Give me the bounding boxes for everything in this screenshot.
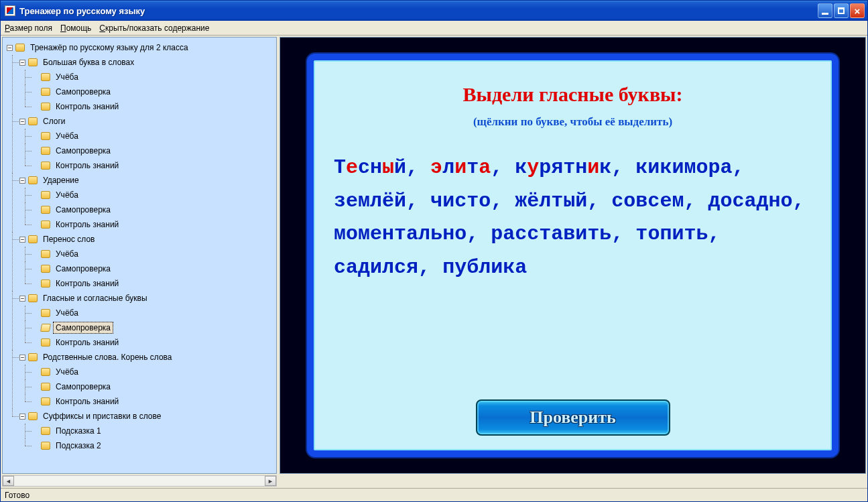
letter[interactable]: м bbox=[358, 223, 370, 245]
letter[interactable]: й bbox=[394, 190, 406, 212]
tree-item-label[interactable]: Самопроверка bbox=[53, 204, 113, 216]
letter[interactable]: ь bbox=[430, 223, 442, 245]
letter[interactable]: т bbox=[551, 190, 563, 212]
tree-item[interactable]: Учёба bbox=[32, 129, 276, 143]
letter[interactable]: с bbox=[454, 190, 467, 212]
tree-item-label[interactable]: Ударение bbox=[40, 174, 82, 186]
letter[interactable]: т bbox=[394, 223, 406, 245]
tree-item[interactable]: Контроль знаний bbox=[32, 99, 276, 114]
letter[interactable]: и bbox=[672, 156, 684, 179]
letter[interactable]: о bbox=[346, 223, 358, 245]
letter[interactable]: с bbox=[358, 156, 370, 179]
word[interactable]: совсем bbox=[611, 190, 684, 212]
letter[interactable]: у bbox=[527, 156, 539, 179]
letter[interactable]: с bbox=[647, 190, 660, 212]
letter[interactable]: д bbox=[358, 256, 370, 279]
letter[interactable]: с bbox=[611, 190, 623, 212]
tree-item[interactable]: Самопроверка bbox=[32, 202, 276, 217]
letter[interactable]: и bbox=[491, 256, 503, 279]
tree-item[interactable]: −Гласные и согласные буквы bbox=[19, 291, 276, 306]
tree-item[interactable]: −Слоги bbox=[19, 114, 276, 129]
letter[interactable]: к bbox=[660, 156, 672, 179]
letter[interactable]: о bbox=[623, 190, 635, 212]
tree-item-label[interactable]: Тренажёр по русскому языку для 2 класса bbox=[27, 42, 191, 54]
letter[interactable]: ё bbox=[527, 190, 539, 212]
word[interactable]: топить bbox=[635, 223, 708, 245]
letter[interactable]: я bbox=[551, 156, 563, 179]
letter[interactable]: и bbox=[575, 223, 587, 245]
tree-h-scrollbar[interactable]: ◄ ► bbox=[2, 475, 277, 487]
letter[interactable]: в bbox=[635, 190, 647, 212]
word[interactable]: жёлтый bbox=[515, 190, 587, 212]
word[interactable]: садился bbox=[334, 256, 418, 279]
tree-item-label[interactable]: Учёба bbox=[53, 307, 81, 319]
word[interactable]: Тесный bbox=[334, 156, 406, 179]
tree-item-label[interactable]: Учёба bbox=[53, 248, 81, 260]
letter[interactable]: ь bbox=[696, 223, 708, 245]
scroll-left-button[interactable]: ◄ bbox=[3, 476, 14, 486]
word[interactable]: чисто bbox=[430, 190, 491, 212]
letter[interactable]: и bbox=[442, 190, 454, 212]
letter[interactable]: м bbox=[334, 223, 346, 245]
tree-item-label[interactable]: Подсказка 2 bbox=[53, 440, 104, 452]
tree-item[interactable]: Контроль знаний bbox=[32, 158, 276, 173]
letter[interactable]: а bbox=[346, 256, 358, 279]
collapse-icon[interactable]: − bbox=[19, 119, 25, 125]
letter[interactable]: л bbox=[370, 190, 382, 212]
letter[interactable]: т bbox=[684, 223, 696, 245]
letter[interactable]: д bbox=[756, 190, 768, 212]
letter[interactable]: и bbox=[672, 223, 684, 245]
letter[interactable]: и bbox=[454, 156, 467, 179]
word[interactable]: моментально bbox=[334, 223, 467, 245]
tree-item[interactable]: Учёба bbox=[32, 365, 276, 379]
tree-item-label[interactable]: Учёба bbox=[53, 189, 81, 201]
letter[interactable]: а bbox=[479, 156, 491, 179]
tree-item-label[interactable]: Контроль знаний bbox=[53, 101, 121, 113]
tree-item-label[interactable]: Самопроверка bbox=[53, 381, 113, 393]
letter[interactable]: а bbox=[406, 223, 418, 245]
tree-item-label[interactable]: Суффиксы и приставки в слове bbox=[40, 410, 164, 422]
letter[interactable]: с bbox=[732, 190, 744, 212]
letter[interactable]: т bbox=[563, 156, 575, 179]
letter[interactable]: о bbox=[781, 190, 793, 212]
tree-item[interactable]: Самопроверка bbox=[32, 84, 276, 99]
letter[interactable]: е bbox=[346, 156, 358, 179]
word[interactable]: досадно bbox=[708, 190, 792, 212]
check-button[interactable]: Проверить bbox=[476, 399, 670, 436]
letter[interactable]: е bbox=[346, 190, 358, 212]
tree-item[interactable]: Учёба bbox=[32, 247, 276, 261]
tree-item[interactable]: Учёба bbox=[32, 306, 276, 320]
letter[interactable]: ё bbox=[382, 190, 394, 212]
tree-item[interactable]: −Ударение bbox=[19, 173, 276, 188]
letter[interactable]: т bbox=[587, 223, 599, 245]
tree-item[interactable]: Самопроверка bbox=[32, 261, 276, 276]
collapse-icon[interactable]: − bbox=[19, 355, 25, 361]
tree-item[interactable]: Подсказка 1 bbox=[32, 424, 276, 438]
letter[interactable]: л bbox=[442, 156, 454, 179]
letter[interactable]: н bbox=[575, 156, 587, 179]
letter[interactable]: я bbox=[406, 256, 418, 279]
letter[interactable]: к bbox=[515, 156, 527, 179]
collapse-icon[interactable]: − bbox=[19, 296, 25, 302]
tree-item[interactable]: Самопроверка bbox=[32, 143, 276, 158]
word[interactable]: кикимора bbox=[635, 156, 732, 179]
letter[interactable]: л bbox=[539, 190, 551, 212]
letter[interactable]: а bbox=[744, 190, 756, 212]
letter[interactable]: р bbox=[491, 223, 503, 245]
close-button[interactable]: × bbox=[850, 3, 865, 18]
letter[interactable]: ы bbox=[382, 156, 394, 179]
letter[interactable]: ы bbox=[563, 190, 575, 212]
letter[interactable]: н bbox=[382, 223, 394, 245]
letter[interactable]: к bbox=[599, 156, 611, 179]
letter[interactable]: н bbox=[442, 223, 454, 245]
contents-tree-pane[interactable]: −Тренажёр по русскому языку для 2 класса… bbox=[2, 37, 277, 474]
letter[interactable]: т bbox=[539, 223, 551, 245]
letter[interactable]: к bbox=[635, 156, 647, 179]
tree-item-label[interactable]: Контроль знаний bbox=[53, 336, 121, 349]
letter[interactable]: и bbox=[587, 156, 599, 179]
tree-item-label[interactable]: Учёба bbox=[53, 366, 81, 378]
letter[interactable]: б bbox=[467, 256, 479, 279]
letter[interactable]: а bbox=[515, 256, 527, 279]
minimize-button[interactable] bbox=[818, 3, 832, 18]
tree-item-label[interactable]: Учёба bbox=[53, 130, 81, 142]
